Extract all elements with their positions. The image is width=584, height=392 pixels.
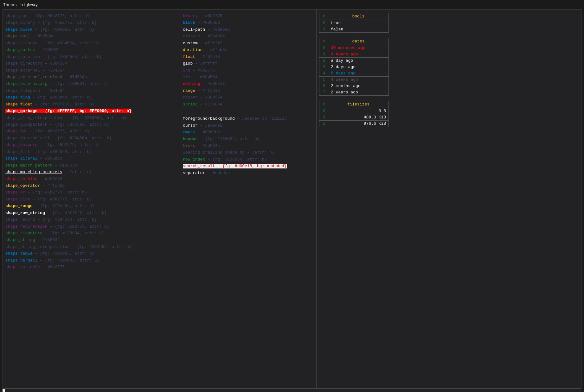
list-item: shape_list – {fg: #384564, attr: b}	[5, 149, 177, 155]
bools-value-header: bools	[328, 13, 389, 20]
bools-value-0: true	[328, 20, 389, 26]
list-item: duration – #ffcb3e	[183, 47, 314, 53]
list-item: shape_globpattern – {fg: #384564, attr: …	[5, 121, 177, 128]
list-item: shape_nothing – #d00e18	[5, 176, 177, 182]
list-item: shape_literal – #006bb3	[5, 155, 177, 162]
list-item: leading_trailing_space_bg – {attr: n}	[183, 149, 314, 156]
table-row: 6 2 months ago	[319, 83, 389, 89]
list-item: shape_external – #384564	[5, 67, 177, 74]
main-container: shape_and – {fg: #6b2775, attr: b}shape_…	[3, 9, 581, 389]
list-item: shape_filepath – #384564	[5, 87, 177, 94]
list-item: shape_matching_brackets – {attr: u}	[5, 169, 177, 175]
table-row: 0 true	[319, 20, 389, 26]
filesizes-table: # filesizes 0 0 B 1 488.3 KiB 2 976.6 Ki…	[319, 101, 389, 127]
list-item: string – #138034	[183, 101, 314, 108]
list-item: empty – #006bb3	[183, 129, 314, 136]
list-item: shape_match_pattern – #138034	[5, 162, 177, 169]
list-item: shape_directory – #384564	[5, 60, 177, 67]
table-row: 2 976.6 KiB	[319, 121, 389, 127]
bools-table: # bools 0 true 1 false	[319, 13, 389, 33]
theme-label: Theme: highway	[3, 3, 38, 7]
list-item: shape_string_interpolation – {fg: #38456…	[5, 243, 177, 250]
list-item: row_index – {fg: #138034, attr: b}	[183, 156, 314, 163]
list-item: shape_flag – {fg: #006bb3, attr: b}	[5, 94, 177, 101]
list-item: cursor – #ededed	[183, 122, 314, 129]
dates-hash-header: #	[319, 38, 328, 45]
table-row: 2 a day ago	[319, 58, 389, 64]
list-item: shape_record – {fg: #384564, attr: b}	[5, 216, 177, 223]
list-item: shape_keyword – {fg: #6b2775, attr: b}	[5, 142, 177, 148]
bottom-bar	[3, 389, 581, 392]
list-item: shape_custom – #138034	[5, 47, 177, 53]
table-row: 1 false	[319, 26, 389, 33]
list-item: shape_float – {fg: #f07e18, attr: b}	[5, 101, 177, 108]
list-item: glob – #ffffff	[183, 60, 314, 67]
bools-hash-header: #	[319, 13, 328, 20]
list-item: shape_vardecl – {fg: #006bb3, attr: u}	[5, 257, 177, 264]
list-item: shape_redirection – {fg: #6b2775, attr: …	[5, 223, 177, 230]
list-item: hints – #5d504a	[183, 142, 314, 149]
list-item: shape_closure – {fg: #384564, attr: b}	[5, 40, 177, 47]
list-item: shape_datetime – {fg: #384564, attr: b}	[5, 54, 177, 60]
list-item: shape_range – {fg: #ffcb3e, attr: b}	[5, 203, 177, 209]
table-row: 0 30 minutes ago	[319, 45, 389, 51]
table-row: 0 0 B	[319, 108, 389, 114]
list-item: shape_block – {fg: #006bb3, attr: b}	[5, 26, 177, 33]
table-row: 5 4 weeks ago	[319, 77, 389, 83]
list-item: int – #6b2775	[183, 67, 314, 74]
bools-index-0: 0	[319, 20, 328, 26]
list-item: range – #ffcb3e	[183, 87, 314, 94]
table-row: 1 3 hours ago	[319, 51, 389, 58]
list-item: foreground/background – #ededed on #2222…	[183, 115, 314, 122]
table-row: 4 5 days ago	[319, 70, 389, 77]
list-item: separator – #ededed	[183, 170, 314, 176]
list-item: shape_pipe – {fg: #6b2775, attr: b}	[5, 196, 177, 203]
list-item: shape_and – {fg: #6b2775, attr: b}	[5, 13, 177, 19]
list-item: shape_string – #138034	[5, 237, 177, 243]
list-item: header – {fg: #138034, attr: b}	[183, 136, 314, 142]
bools-index-1: 1	[319, 26, 328, 33]
list-item: shape_bool – #5d504a	[5, 33, 177, 40]
list-item: cell-path – #ededed	[183, 26, 314, 33]
list-item: record – #384564	[183, 94, 314, 101]
list-item: binary – #6b2775	[183, 13, 314, 19]
list-item: shape_table – {fg: #006bb3, attr: b}	[5, 250, 177, 257]
theme-header: Theme: highway	[3, 3, 581, 7]
filesizes-value-header: filesizes	[328, 101, 389, 108]
dates-table: # dates 0 30 minutes ago 1 3 hours ago 2…	[319, 38, 389, 96]
list-item: float – #f07e18	[183, 54, 314, 60]
list-item: shape_operator – #ffcb3e	[5, 182, 177, 189]
list-item: shape_variable – #6b2775	[5, 264, 177, 270]
list-item: block – #006bb3	[183, 19, 314, 26]
table-row: 1 488.3 KiB	[319, 114, 389, 121]
list-item: custom – #ffffff	[183, 40, 314, 47]
list-item: shape_int – {fg: #6b2775, attr: b}	[5, 128, 177, 135]
list-item: list – #384564	[183, 74, 314, 80]
filesizes-hash-header: #	[319, 101, 328, 108]
bools-value-1: false	[328, 26, 389, 33]
left-column: shape_and – {fg: #6b2775, attr: b}shape_…	[3, 9, 180, 388]
list-item: shape_binary – {fg: #6b2775, attr: b}	[5, 19, 177, 26]
list-item: nothing – #d00e18	[183, 80, 314, 87]
cursor-block	[3, 389, 5, 392]
right-column: # bools 0 true 1 false # dates 0 30 minu…	[317, 9, 581, 388]
table-row: 3 2 days ago	[319, 64, 389, 70]
mid-column: binary – #6b2775block – #006bb3cell-path…	[180, 9, 317, 388]
table-row: 7 2 years ago	[319, 89, 389, 96]
list-item: shape_or – {fg: #6b2775, attr: b}	[5, 189, 177, 196]
dates-value-header: dates	[328, 38, 389, 45]
list-item: shape_signature – {fg: #138034, attr: b}	[5, 230, 177, 237]
list-item: search_result – {fg: #d00e18, bg: #edede…	[183, 163, 314, 169]
list-item: shape_glob_interpolation – {fg: #384564,…	[5, 115, 177, 121]
list-item: closure – #384564	[183, 33, 314, 40]
list-item: shape_externalarg – {fg: #138034, attr: …	[5, 80, 177, 87]
list-item: shape_external_resolved – #5d504a	[5, 74, 177, 80]
list-item: shape_garbage – {fg: #FFFFFF, bg: #FF000…	[5, 108, 177, 114]
list-item: shape_raw_string – {fg: #ffffff, attr: b…	[5, 210, 177, 216]
list-item: shape_internalcall – {fg: #384564, attr:…	[5, 135, 177, 142]
